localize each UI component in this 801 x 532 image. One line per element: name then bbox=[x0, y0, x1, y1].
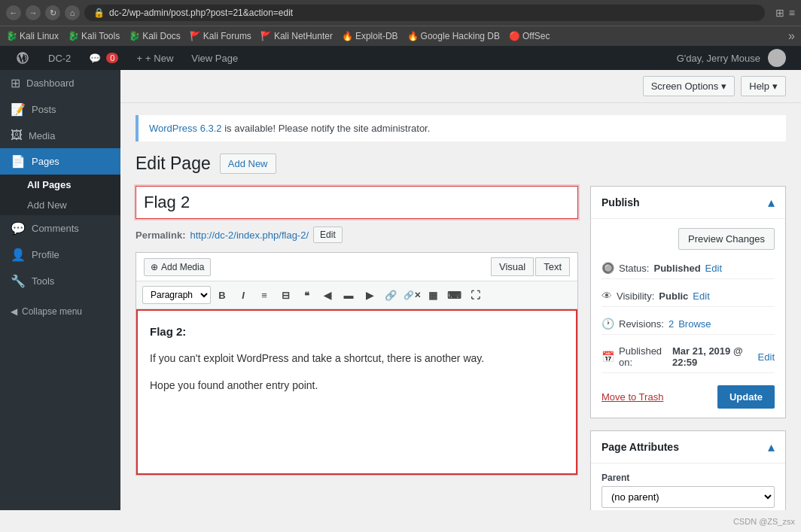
bold-button[interactable]: B bbox=[212, 285, 232, 305]
wp-editor-area: Permalink: http://dc-2/index.php/flag-2/… bbox=[136, 186, 578, 510]
notice-link[interactable]: WordPress 6.3.2 bbox=[149, 123, 222, 134]
published-value: Mar 21, 2019 @ 22:59 bbox=[672, 345, 754, 368]
collapse-menu[interactable]: ◀ Collapse menu bbox=[0, 300, 120, 323]
admin-bar-site[interactable]: DC-2 bbox=[39, 46, 80, 70]
permalink-edit-button[interactable]: Edit bbox=[313, 226, 343, 243]
revisions-icon: 🕐 bbox=[602, 318, 614, 330]
page-heading: Edit Page bbox=[136, 154, 211, 174]
screen-options-bar: Screen Options ▾ Help ▾ bbox=[120, 70, 801, 103]
editor-content-paragraph2: Hope you found another entry point. bbox=[150, 377, 564, 394]
url-text: dc-2/wp-admin/post.php?post=21&action=ed… bbox=[109, 8, 293, 18]
sidebar-item-dashboard[interactable]: ⊞ Dashboard bbox=[0, 70, 120, 96]
italic-button[interactable]: I bbox=[233, 285, 253, 305]
visual-tab[interactable]: Visual bbox=[491, 257, 534, 276]
revisions-browse-link[interactable]: Browse bbox=[678, 318, 711, 330]
help-dropdown-icon: ▾ bbox=[772, 81, 778, 92]
bookmarks-bar: 🐉 Kali Linux 🐉 Kali Tools 🐉 Kali Docs 🚩 … bbox=[0, 26, 801, 46]
admin-bar-new[interactable]: + + New bbox=[127, 46, 182, 70]
bookmark-offsec[interactable]: 🔴 OffSec bbox=[509, 31, 550, 41]
update-button[interactable]: Update bbox=[717, 385, 775, 409]
sidebar-submenu-add-new[interactable]: Add New bbox=[0, 195, 120, 215]
insert-link-button[interactable]: 🔗 bbox=[381, 285, 400, 305]
wp-main: Screen Options ▾ Help ▾ WordPress 6.3.2 … bbox=[120, 70, 801, 510]
sidebar-submenu-all-pages[interactable]: All Pages bbox=[0, 175, 120, 195]
user-avatar bbox=[768, 49, 786, 67]
preview-changes-button[interactable]: Preview Changes bbox=[678, 228, 775, 250]
extensions-button[interactable]: ⊞ bbox=[775, 7, 784, 19]
reload-button[interactable]: ↻ bbox=[45, 5, 60, 20]
wp-sidebar: ⊞ Dashboard 📝 Posts 🖼 Media 📄 Pages All … bbox=[0, 70, 120, 510]
ordered-list-button[interactable]: ⊟ bbox=[276, 285, 295, 305]
bookmark-google-hacking[interactable]: 🔥 Google Hacking DB bbox=[407, 31, 500, 41]
sidebar-item-pages[interactable]: 📄 Pages bbox=[0, 148, 120, 175]
parent-label: Parent bbox=[602, 473, 775, 483]
sidebar-item-media[interactable]: 🖼 Media bbox=[0, 123, 120, 148]
sidebar-item-profile[interactable]: 👤 Profile bbox=[0, 242, 120, 268]
bookmark-kali-docs[interactable]: 🐉 Kali Docs bbox=[129, 31, 181, 41]
move-to-trash-button[interactable]: Move to Trash bbox=[602, 391, 663, 403]
publish-date-row: 📅 Published on: Mar 21, 2019 @ 22:59 Edi… bbox=[602, 341, 775, 373]
publish-box-toggle: ▴ bbox=[768, 194, 775, 211]
bookmark-kali-tools[interactable]: 🐉 Kali Tools bbox=[68, 31, 120, 41]
visibility-edit-link[interactable]: Edit bbox=[693, 290, 709, 302]
insert-table-button[interactable]: ▦ bbox=[423, 285, 443, 305]
page-attributes-title: Page Attributes bbox=[602, 441, 679, 453]
align-center-button[interactable]: ▬ bbox=[339, 285, 358, 305]
fullscreen-button[interactable]: ⛶ bbox=[465, 285, 485, 305]
wp-logo-item[interactable] bbox=[6, 46, 39, 70]
bookmark-kali-linux[interactable]: 🐉 Kali Linux bbox=[6, 31, 59, 41]
page-title-input-wrap bbox=[136, 186, 578, 219]
admin-bar-user[interactable]: G'day, Jerry Mouse bbox=[668, 46, 795, 70]
add-media-button[interactable]: ⊕ Add Media bbox=[144, 258, 211, 276]
published-edit-link[interactable]: Edit bbox=[758, 351, 775, 363]
remove-link-button[interactable]: 🔗✕ bbox=[402, 285, 422, 305]
publish-revisions-row: 🕐 Revisions: 2 Browse bbox=[602, 313, 775, 335]
bookmark-kali-forums[interactable]: 🚩 Kali Forums bbox=[190, 31, 251, 41]
add-new-button[interactable]: Add New bbox=[220, 154, 276, 174]
help-button[interactable]: Help ▾ bbox=[741, 76, 786, 96]
permalink-url[interactable]: http://dc-2/index.php/flag-2/ bbox=[190, 230, 309, 241]
keyboard-shortcuts-button[interactable]: ⌨ bbox=[444, 285, 464, 305]
admin-bar-comments[interactable]: 💬 0 bbox=[80, 46, 127, 70]
status-value: Published bbox=[653, 263, 700, 274]
sidebar-item-posts[interactable]: 📝 Posts bbox=[0, 96, 120, 123]
collapse-icon: ◀ bbox=[11, 306, 17, 317]
bookmarks-more[interactable]: » bbox=[788, 29, 795, 43]
wp-layout: ⊞ Dashboard 📝 Posts 🖼 Media 📄 Pages All … bbox=[0, 70, 801, 510]
admin-bar-view-page[interactable]: View Page bbox=[182, 46, 247, 70]
page-attributes-box: Page Attributes ▴ Parent (no parent) Ord… bbox=[590, 430, 786, 510]
site-name: DC-2 bbox=[48, 53, 71, 64]
media-icon: 🖼 bbox=[11, 129, 23, 142]
format-select[interactable]: Paragraph bbox=[142, 286, 211, 304]
bookmark-kali-nethunter[interactable]: 🚩 Kali NetHunter bbox=[260, 31, 333, 41]
editor-content[interactable]: Flag 2: If you can't exploit WordPress a… bbox=[136, 309, 577, 475]
page-title-input[interactable] bbox=[136, 186, 578, 219]
revisions-value-link[interactable]: 2 bbox=[669, 318, 674, 330]
publish-box: Publish ▴ Preview Changes 🔘 Status: Publ… bbox=[590, 186, 786, 418]
status-edit-link[interactable]: Edit bbox=[705, 263, 722, 274]
align-right-button[interactable]: ▶ bbox=[360, 285, 379, 305]
parent-select[interactable]: (no parent) bbox=[602, 486, 775, 508]
align-left-button[interactable]: ◀ bbox=[318, 285, 337, 305]
visibility-icon: 👁 bbox=[602, 290, 612, 302]
page-attributes-body: Parent (no parent) Order bbox=[591, 464, 785, 510]
add-media-icon: ⊕ bbox=[151, 262, 158, 272]
page-attributes-header[interactable]: Page Attributes ▴ bbox=[591, 431, 785, 464]
wp-main-inner: WordPress 6.3.2 is available! Please not… bbox=[120, 103, 801, 510]
publish-box-header[interactable]: Publish ▴ bbox=[591, 187, 785, 219]
back-button[interactable]: ← bbox=[6, 5, 21, 20]
more-button[interactable]: ≡ bbox=[789, 7, 795, 19]
home-button[interactable]: ⌂ bbox=[65, 5, 80, 20]
sidebar-item-tools[interactable]: 🔧 Tools bbox=[0, 268, 120, 294]
text-tab[interactable]: Text bbox=[535, 257, 570, 276]
visibility-value: Public bbox=[659, 290, 688, 302]
unordered-list-button[interactable]: ≡ bbox=[254, 285, 274, 305]
publish-footer: Move to Trash Update bbox=[602, 379, 775, 409]
screen-options-button[interactable]: Screen Options ▾ bbox=[643, 76, 736, 96]
forward-button[interactable]: → bbox=[26, 5, 41, 20]
posts-icon: 📝 bbox=[11, 102, 26, 117]
blockquote-button[interactable]: ❝ bbox=[297, 285, 316, 305]
bookmark-exploitdb[interactable]: 🔥 Exploit-DB bbox=[342, 31, 398, 41]
sidebar-item-comments[interactable]: 💬 Comments bbox=[0, 215, 120, 242]
url-bar[interactable]: 🔒 dc-2/wp-admin/post.php?post=21&action=… bbox=[84, 5, 765, 21]
